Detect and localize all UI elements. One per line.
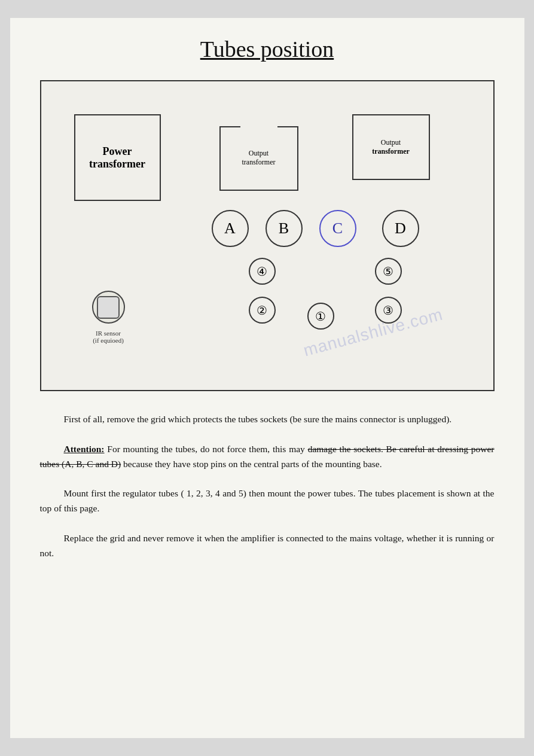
power-transformer-box: Powertransformer [74, 114, 161, 201]
num-1-circle: ① [307, 303, 334, 330]
paragraph-2-text: Attention: For mounting the tubes, do no… [40, 442, 495, 472]
output-transformer-1-label: Outputtransformer [242, 149, 276, 167]
ir-sensor-inner [97, 296, 120, 319]
tube-B-label: B [279, 220, 289, 237]
tube-A-circle: A [212, 210, 249, 247]
num-3-circle: ③ [375, 297, 402, 324]
page-title: Tubes position [40, 36, 495, 62]
diagram-box: Powertransformer Outputtransformer Outpu… [40, 80, 495, 391]
strikethrough-text: damage the sockets. Be careful at dressi… [40, 444, 495, 469]
paragraph-1-text: First of all, remove the grid which prot… [40, 412, 495, 427]
tube-C-circle: C [319, 210, 356, 247]
num-1-label: ① [315, 309, 326, 324]
num-2-circle: ② [249, 297, 276, 324]
attention-label: Attention: [64, 444, 105, 454]
paragraph-1: First of all, remove the grid which prot… [40, 412, 495, 427]
tube-A-label: A [224, 220, 236, 237]
paragraph-2: Attention: For mounting the tubes, do no… [40, 442, 495, 472]
top-line-left-1 [219, 126, 240, 127]
paragraph-4-text: Replace the grid and never remove it whe… [40, 531, 495, 561]
tube-D-circle: D [382, 210, 419, 247]
paragraph-3-text: Mount first the regulator tubes ( 1, 2, … [40, 486, 495, 516]
num-5-label: ⑤ [383, 264, 393, 279]
ir-sensor-label: IR sensor(if equioed) [77, 330, 140, 344]
tube-C-label: C [332, 220, 343, 237]
paragraph-2-rest: For mounting the tubes, do not force the… [40, 444, 495, 469]
tube-B-circle: B [266, 210, 303, 247]
num-2-label: ② [257, 303, 267, 318]
num-4-circle: ④ [249, 258, 276, 285]
output-transformer-2-box: Outputtransformer [352, 114, 430, 180]
page: Tubes position Powertransformer Outputtr… [10, 18, 524, 738]
output-transformer-1-box: Outputtransformer [219, 126, 298, 191]
paragraph-3: Mount first the regulator tubes ( 1, 2, … [40, 486, 495, 516]
num-3-label: ③ [383, 303, 393, 318]
power-transformer-label: Powertransformer [89, 145, 145, 170]
output-transformer-2-label: Outputtransformer [372, 138, 410, 156]
paragraph-4: Replace the grid and never remove it whe… [40, 531, 495, 561]
ir-sensor-circle [92, 291, 125, 324]
num-4-label: ④ [257, 264, 267, 279]
num-5-circle: ⑤ [375, 258, 402, 285]
top-line-right-1 [277, 126, 298, 127]
tube-D-label: D [395, 220, 406, 237]
